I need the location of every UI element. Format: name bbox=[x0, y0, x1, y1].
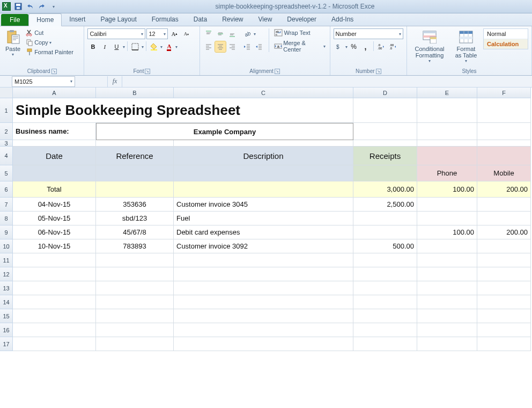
fx-icon[interactable]: fx bbox=[107, 76, 122, 87]
cell[interactable]: 05-Nov-15 bbox=[13, 212, 96, 225]
cell[interactable] bbox=[417, 267, 477, 281]
cell[interactable] bbox=[477, 323, 531, 337]
row-header-4[interactable]: 4 bbox=[0, 147, 13, 165]
italic-button[interactable]: I bbox=[99, 41, 110, 52]
cell[interactable] bbox=[477, 267, 531, 281]
decrease-decimal-button[interactable]: .00.0 bbox=[388, 41, 398, 52]
cell[interactable] bbox=[477, 98, 531, 123]
dialog-launcher-number[interactable]: ↘ bbox=[376, 69, 381, 74]
bold-button[interactable]: B bbox=[87, 41, 98, 52]
cell[interactable] bbox=[477, 123, 531, 140]
cell[interactable] bbox=[174, 267, 353, 281]
comma-button[interactable]: , bbox=[360, 41, 371, 52]
cell[interactable] bbox=[417, 309, 477, 323]
row-header-14[interactable]: 14 bbox=[0, 295, 13, 309]
cell[interactable] bbox=[417, 281, 477, 295]
cell[interactable] bbox=[353, 267, 417, 281]
cell[interactable]: Phone bbox=[417, 165, 477, 181]
conditional-formatting-button[interactable]: Conditional Formatting▾ bbox=[410, 28, 449, 64]
cell[interactable]: 2,500.00 bbox=[353, 198, 417, 212]
row-header-7[interactable]: 7 bbox=[0, 198, 13, 212]
cell[interactable] bbox=[174, 323, 353, 337]
column-header-A[interactable]: A bbox=[13, 88, 96, 98]
cell[interactable] bbox=[13, 281, 96, 295]
cell[interactable]: 783893 bbox=[96, 239, 174, 253]
cell[interactable] bbox=[353, 123, 417, 140]
cell[interactable] bbox=[13, 165, 96, 181]
dialog-launcher-alignment[interactable]: ↘ bbox=[275, 69, 280, 74]
cell[interactable] bbox=[174, 295, 353, 309]
cell[interactable]: 500.00 bbox=[353, 239, 417, 253]
cell[interactable] bbox=[417, 253, 477, 267]
cell[interactable] bbox=[417, 295, 477, 309]
align-center-button[interactable] bbox=[215, 41, 226, 52]
cell[interactable] bbox=[417, 98, 477, 123]
cell[interactable]: 353636 bbox=[96, 198, 174, 212]
cell[interactable] bbox=[417, 147, 477, 165]
column-header-F[interactable]: F bbox=[477, 88, 531, 98]
increase-decimal-button[interactable]: .0.00 bbox=[376, 41, 387, 52]
cell[interactable]: Debit card expenses bbox=[174, 225, 353, 239]
cell[interactable]: Date bbox=[13, 147, 96, 165]
tab-view[interactable]: View bbox=[251, 13, 280, 26]
row-header-11[interactable]: 11 bbox=[0, 253, 13, 267]
align-middle-button[interactable] bbox=[215, 28, 226, 39]
cell[interactable] bbox=[96, 140, 174, 147]
row-header-5[interactable]: 5 bbox=[0, 165, 13, 181]
cell[interactable]: 3,000.00 bbox=[353, 181, 417, 198]
decrease-font-button[interactable]: A▾ bbox=[181, 28, 191, 39]
cell[interactable] bbox=[353, 295, 417, 309]
select-all-corner[interactable] bbox=[0, 88, 13, 98]
column-header-E[interactable]: E bbox=[417, 88, 477, 98]
align-bottom-button[interactable] bbox=[227, 28, 238, 39]
cell[interactable] bbox=[477, 140, 531, 147]
chevron-down-icon[interactable]: ▾ bbox=[160, 45, 162, 49]
tab-add-ins[interactable]: Add-Ins bbox=[324, 13, 361, 26]
cell[interactable]: sbd/123 bbox=[96, 212, 174, 225]
cell[interactable]: 100.00 bbox=[417, 225, 477, 239]
cell[interactable]: 100.00 bbox=[417, 181, 477, 198]
orientation-button[interactable]: ab bbox=[242, 28, 253, 39]
cell[interactable] bbox=[477, 281, 531, 295]
number-format-select[interactable]: Number▾ bbox=[334, 28, 403, 39]
cell[interactable] bbox=[13, 140, 96, 147]
tab-review[interactable]: Review bbox=[215, 13, 250, 26]
cell[interactable] bbox=[477, 239, 531, 253]
formula-input[interactable] bbox=[122, 76, 532, 87]
row-header-16[interactable]: 16 bbox=[0, 323, 13, 337]
cell[interactable] bbox=[417, 140, 477, 147]
cell[interactable]: 10-Nov-15 bbox=[13, 239, 96, 253]
increase-font-button[interactable]: A▴ bbox=[169, 28, 180, 39]
cell[interactable] bbox=[13, 337, 96, 351]
cell[interactable] bbox=[477, 309, 531, 323]
font-name-select[interactable]: Calibri▾ bbox=[87, 28, 145, 39]
cell[interactable] bbox=[96, 309, 174, 323]
cell[interactable]: Reference bbox=[96, 147, 174, 165]
cell[interactable] bbox=[353, 225, 417, 239]
cell[interactable] bbox=[174, 253, 353, 267]
decrease-indent-button[interactable] bbox=[242, 41, 253, 52]
border-button[interactable] bbox=[130, 41, 141, 52]
row-header-3[interactable]: 3 bbox=[0, 140, 13, 147]
row-header-2[interactable]: 2 bbox=[0, 123, 13, 140]
align-left-button[interactable] bbox=[203, 41, 214, 52]
name-box[interactable]: M1025▾ bbox=[12, 76, 75, 87]
increase-indent-button[interactable] bbox=[254, 41, 264, 52]
cell[interactable] bbox=[13, 253, 96, 267]
paste-button[interactable]: Paste ▾ bbox=[3, 28, 23, 58]
undo-button[interactable] bbox=[26, 2, 34, 11]
chevron-down-icon[interactable]: ▾ bbox=[345, 45, 348, 49]
cell[interactable] bbox=[96, 165, 174, 181]
chevron-down-icon[interactable]: ▾ bbox=[175, 45, 178, 49]
row-header-17[interactable]: 17 bbox=[0, 337, 13, 351]
format-as-table-button[interactable]: Format as Table▾ bbox=[451, 28, 481, 64]
cell[interactable] bbox=[13, 267, 96, 281]
save-button[interactable] bbox=[14, 2, 23, 11]
cell[interactable] bbox=[353, 323, 417, 337]
tab-page-layout[interactable]: Page Layout bbox=[93, 13, 144, 26]
cell[interactable]: 200.00 bbox=[477, 181, 531, 198]
cell[interactable] bbox=[417, 123, 477, 140]
cell[interactable]: Fuel bbox=[174, 212, 353, 225]
cell[interactable]: 04-Nov-15 bbox=[13, 198, 96, 212]
cut-button[interactable]: Cut bbox=[25, 28, 75, 37]
